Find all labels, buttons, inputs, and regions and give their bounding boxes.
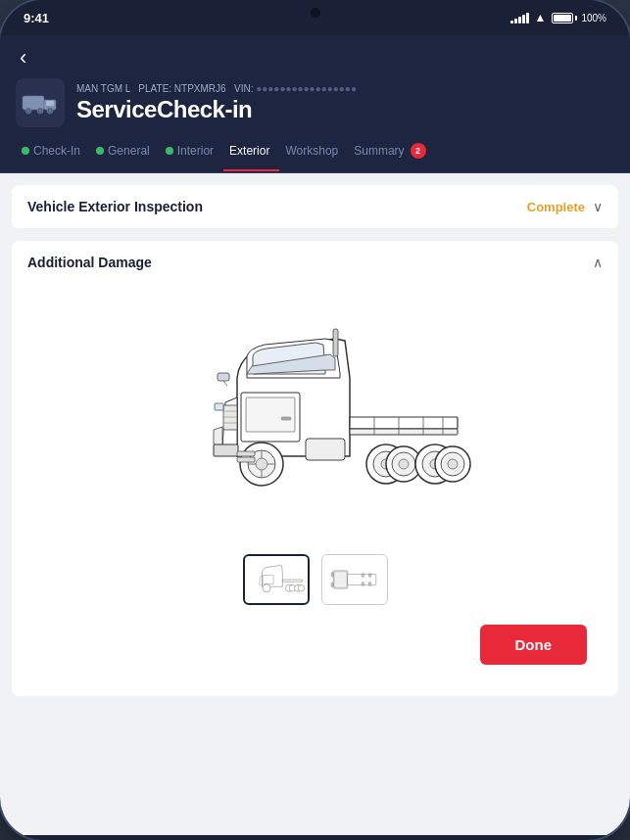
truck-thumb-1-svg xyxy=(248,558,305,601)
camera-notch xyxy=(311,8,320,18)
tab-exterior[interactable]: Exterior xyxy=(223,140,279,162)
damage-card: Additional Damage ∧ xyxy=(12,241,618,696)
svg-rect-61 xyxy=(362,574,363,578)
svg-rect-63 xyxy=(362,583,363,586)
inspection-section-header[interactable]: Vehicle Exterior Inspection Complete ∨ xyxy=(12,185,618,229)
battery-icon: 100% xyxy=(552,13,606,23)
svg-rect-23 xyxy=(215,403,223,410)
tab-workshop-label: Workshop xyxy=(285,144,338,158)
tab-checkin-label: Check-In xyxy=(33,144,80,158)
app-title: ServiceCheck-in xyxy=(76,96,614,123)
svg-rect-58 xyxy=(334,572,347,587)
truck-thumb-2[interactable] xyxy=(321,554,388,605)
tab-exterior-label: Exterior xyxy=(229,144,269,158)
truck-thumb-2-svg xyxy=(326,558,383,601)
status-bar: 9:41 ▲ 100% xyxy=(0,0,630,35)
svg-rect-48 xyxy=(333,329,338,356)
vehicle-avatar xyxy=(16,78,65,127)
svg-point-26 xyxy=(256,458,267,470)
back-button[interactable]: ‹ xyxy=(16,43,30,72)
svg-rect-44 xyxy=(237,451,255,456)
svg-rect-64 xyxy=(368,583,370,586)
main-content: Vehicle Exterior Inspection Complete ∨ A… xyxy=(0,173,630,835)
svg-rect-49 xyxy=(263,575,273,583)
svg-rect-19 xyxy=(223,405,237,430)
svg-point-8 xyxy=(49,110,51,112)
svg-rect-10 xyxy=(246,397,295,432)
interior-check-dot xyxy=(166,147,173,155)
done-button-row: Done xyxy=(27,625,603,680)
svg-rect-45 xyxy=(237,457,255,462)
app-header: ‹ MAN TGM L xyxy=(0,35,630,139)
vehicle-info-row: MAN TGM L PLATE: NTPXMRJ6 VIN: ●●●●●●●●●… xyxy=(16,78,614,127)
svg-point-36 xyxy=(399,459,409,469)
truck-diagram-area: Done xyxy=(12,284,618,696)
svg-rect-18 xyxy=(214,444,238,456)
svg-rect-62 xyxy=(368,574,370,578)
svg-point-6 xyxy=(39,110,41,112)
damage-title: Additional Damage xyxy=(27,255,152,270)
tab-general[interactable]: General xyxy=(90,140,160,162)
tab-summary-label: Summary xyxy=(354,144,404,158)
summary-badge: 2 xyxy=(411,143,426,159)
truck-main-svg xyxy=(159,300,472,535)
vin-label: VIN: xyxy=(234,83,253,94)
vin-value: ●●●●●●●●●●●●●●●●● xyxy=(256,83,357,94)
truck-thumbnails xyxy=(243,554,388,605)
general-check-dot xyxy=(96,147,104,155)
vehicle-make: MAN TGM L xyxy=(76,83,130,94)
tab-checkin[interactable]: Check-In xyxy=(16,140,90,162)
truck-thumb-1[interactable] xyxy=(243,554,310,605)
svg-rect-13 xyxy=(350,429,458,435)
inspection-chevron-icon: ∨ xyxy=(593,199,603,214)
svg-rect-50 xyxy=(282,580,302,582)
tab-summary[interactable]: Summary 2 xyxy=(348,139,435,163)
truck-avatar-icon xyxy=(21,83,60,122)
svg-rect-12 xyxy=(350,417,458,429)
plate-value: NTPXMRJ6 xyxy=(174,83,226,94)
truck-main-view[interactable] xyxy=(27,300,603,535)
inspection-status: Complete ∨ xyxy=(527,199,603,214)
inspection-title: Vehicle Exterior Inspection xyxy=(27,199,203,214)
inspection-card: Vehicle Exterior Inspection Complete ∨ xyxy=(12,185,618,229)
status-time: 9:41 xyxy=(24,11,49,25)
svg-point-55 xyxy=(298,584,305,591)
svg-rect-60 xyxy=(331,583,333,586)
vehicle-text-info: MAN TGM L PLATE: NTPXMRJ6 VIN: ●●●●●●●●●… xyxy=(76,83,614,123)
tab-general-label: General xyxy=(108,144,150,158)
svg-rect-43 xyxy=(306,439,345,460)
done-button[interactable]: Done xyxy=(480,625,588,665)
damage-chevron-icon: ∧ xyxy=(593,255,603,270)
tab-interior[interactable]: Interior xyxy=(160,140,223,162)
status-complete-label: Complete xyxy=(527,200,585,214)
tab-workshop[interactable]: Workshop xyxy=(279,140,348,162)
tab-interior-label: Interior xyxy=(177,144,214,158)
svg-rect-2 xyxy=(46,101,54,106)
battery-percent: 100% xyxy=(581,13,606,23)
wifi-icon: ▲ xyxy=(535,11,547,24)
svg-point-51 xyxy=(263,584,270,592)
plate-label: PLATE: xyxy=(138,83,171,94)
status-icons: ▲ 100% xyxy=(510,11,606,24)
svg-point-4 xyxy=(27,110,29,112)
vehicle-meta: MAN TGM L PLATE: NTPXMRJ6 VIN: ●●●●●●●●●… xyxy=(76,83,614,94)
checkin-check-dot xyxy=(22,147,29,155)
svg-rect-11 xyxy=(281,417,291,420)
signal-bars-icon xyxy=(510,12,529,23)
svg-rect-59 xyxy=(331,573,333,577)
nav-tabs: Check-In General Interior Exterior Works… xyxy=(0,139,630,173)
device-frame: 9:41 ▲ 100% ‹ xyxy=(0,0,630,840)
svg-line-47 xyxy=(223,381,227,386)
svg-rect-46 xyxy=(218,373,229,381)
svg-point-42 xyxy=(448,459,458,469)
damage-section-header[interactable]: Additional Damage ∧ xyxy=(12,241,618,284)
